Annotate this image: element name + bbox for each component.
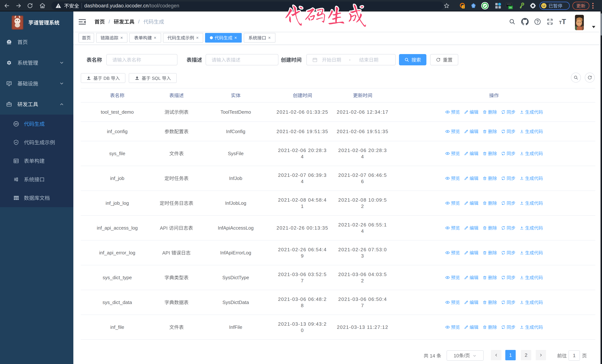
svg-text:on: on bbox=[509, 6, 512, 9]
svg-text:1: 1 bbox=[462, 6, 464, 8]
